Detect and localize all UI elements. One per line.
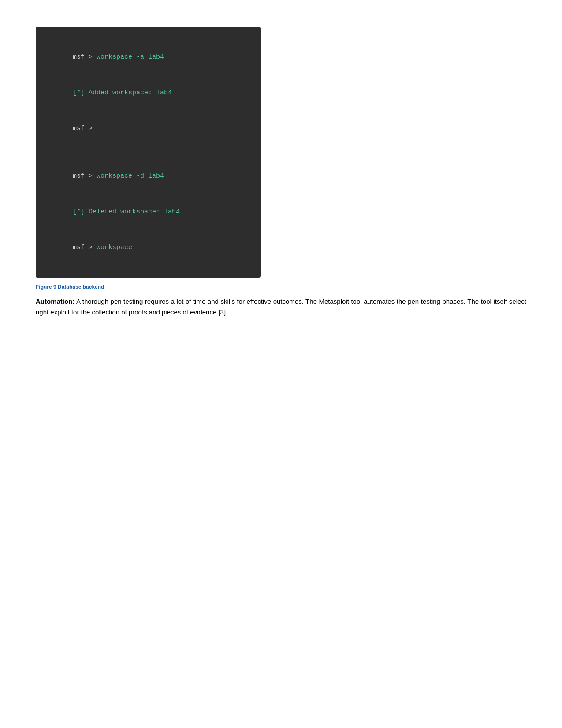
terminal-command-1: workspace -a lab4 (97, 53, 164, 61)
terminal-line-4: msf > workspace -d lab4 (49, 158, 247, 194)
terminal-line-5: [*] Deleted workspace: lab4 (49, 194, 247, 230)
figure-caption: Figure 9 Database backend (36, 284, 526, 290)
terminal-prompt-3: msf > (73, 172, 97, 180)
terminal-line-2: [*] Added workspace: lab4 (49, 75, 247, 111)
terminal-info-2: [*] Deleted workspace: lab4 (73, 208, 180, 216)
terminal-line-6: msf > workspace (49, 230, 247, 265)
terminal-command-3: workspace (97, 244, 132, 251)
terminal-spacer-1 (49, 146, 247, 158)
terminal-prompt-1: msf > (73, 53, 97, 61)
terminal-line-1: msf > workspace -a lab4 (49, 39, 247, 75)
body-bold-label: Automation: (36, 298, 74, 305)
page: msf > workspace -a lab4 [*] Added worksp… (0, 0, 562, 728)
terminal-prompt-2: msf > (73, 125, 93, 132)
terminal-command-2: workspace -d lab4 (97, 172, 164, 180)
terminal-info-1: [*] Added workspace: lab4 (73, 89, 172, 97)
terminal-prompt-4: msf > (73, 244, 97, 251)
terminal-line-3: msf > (49, 111, 247, 146)
body-text-content: A thorough pen testing requires a lot of… (36, 298, 526, 316)
body-paragraph: Automation: A thorough pen testing requi… (36, 296, 526, 317)
terminal-block: msf > workspace -a lab4 [*] Added worksp… (36, 27, 261, 278)
